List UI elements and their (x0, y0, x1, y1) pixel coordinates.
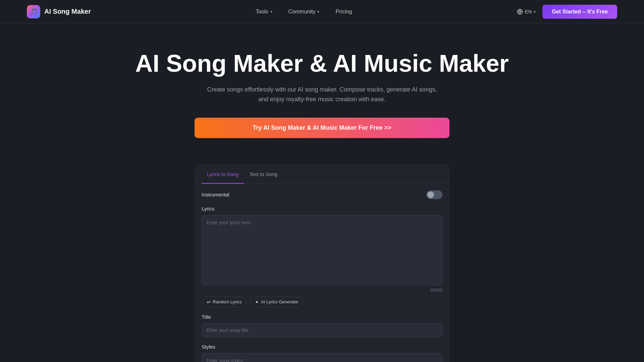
nav-center: Tools ▾ Community ▾ Pricing (254, 6, 353, 17)
instrumental-row: Instrumental (202, 190, 442, 199)
globe-icon (517, 9, 523, 15)
lang-chevron-icon: ▾ (534, 9, 536, 14)
random-lyrics-button[interactable]: ⇌ Random Lyrics (202, 297, 247, 307)
navbar: 🎵 AI Song Maker Tools ▾ Community ▾ Pric… (0, 0, 644, 23)
nav-community[interactable]: Community ▾ (287, 6, 321, 17)
toggle-knob (427, 191, 434, 198)
lyrics-char-count: 0/3000 (202, 288, 442, 293)
hero-cta-button[interactable]: Try AI Song Maker & AI Music Maker For F… (195, 118, 449, 138)
community-chevron-icon: ▾ (317, 9, 319, 14)
tab-lyrics-to-song[interactable]: Lyrics to Song (202, 165, 244, 184)
instrumental-toggle[interactable] (426, 190, 442, 199)
styles-label: Styles (202, 344, 442, 350)
title-label: Title (202, 314, 442, 320)
nav-pricing-label: Pricing (335, 9, 352, 15)
tools-chevron-icon: ▾ (270, 9, 272, 14)
tab-text-to-song[interactable]: Text to Song (244, 165, 283, 184)
nav-tools-label: Tools (256, 9, 268, 15)
ai-lyrics-generator-button[interactable]: ✦ AI Lyrics Generator (250, 297, 304, 307)
lyrics-label: Lyrics (202, 206, 442, 212)
random-icon: ⇌ (207, 299, 211, 305)
tabs: Lyrics to Song Text to Song (195, 165, 449, 184)
language-selector[interactable]: EN ▾ (517, 9, 536, 15)
logo-area: 🎵 AI Song Maker (27, 5, 91, 18)
title-input[interactable] (202, 323, 442, 337)
card-content: Instrumental Lyrics 0/3000 ⇌ Random Lyri… (195, 184, 449, 362)
hero-title: AI Song Maker & AI Music Maker (13, 50, 631, 77)
instrumental-label: Instrumental (202, 192, 229, 197)
hero-subtitle: Create songs effortlessly with our AI so… (205, 85, 439, 104)
logo-text: AI Song Maker (44, 8, 91, 15)
random-lyrics-label: Random Lyrics (213, 299, 241, 304)
nav-pricing[interactable]: Pricing (334, 6, 353, 17)
styles-textarea[interactable] (202, 353, 442, 362)
sparkle-icon: ✦ (255, 299, 259, 305)
ai-lyrics-label: AI Lyrics Generator (261, 299, 299, 304)
pills-row: ⇌ Random Lyrics ✦ AI Lyrics Generator (202, 297, 442, 307)
logo-icon: 🎵 (27, 5, 40, 18)
hero-section: AI Song Maker & AI Music Maker Create so… (0, 23, 644, 155)
lyrics-textarea[interactable] (202, 215, 442, 285)
nav-right: EN ▾ Get Started -- It's Free (517, 5, 617, 19)
lang-label: EN (525, 9, 532, 14)
main-card: Lyrics to Song Text to Song Instrumental… (195, 165, 449, 362)
get-started-button[interactable]: Get Started -- It's Free (542, 5, 617, 19)
nav-tools[interactable]: Tools ▾ (254, 6, 273, 17)
nav-community-label: Community (288, 9, 316, 15)
